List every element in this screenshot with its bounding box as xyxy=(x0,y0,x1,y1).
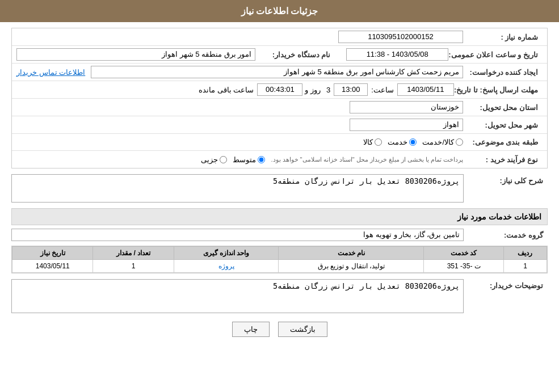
page-title: جزئیات اطلاعات نیاز xyxy=(241,6,318,16)
purchase-jozi-radio[interactable] xyxy=(220,156,227,163)
remaining-days-value: 3 xyxy=(323,86,334,94)
category-khedmat: خدمت xyxy=(388,138,417,146)
category-kala-khedmat: کالا/خدمت xyxy=(422,138,463,146)
buyer-org-row: تاریخ و ساعت اعلان عمومی: 1403/05/08 - 1… xyxy=(12,46,547,64)
purchase-type-row: نوع فرآیند خرید : پرداخت تمام یا بخشی از… xyxy=(12,151,547,168)
category-kala: کالا xyxy=(363,138,382,146)
buyer-org-label: نام دستگاه خریدار: xyxy=(255,50,335,59)
back-button[interactable]: بازگشت xyxy=(278,322,327,337)
purchase-type-radio-group: پرداخت تمام یا بخشی از مبلغ خریداز محل "… xyxy=(16,155,463,164)
cell-service-code: ت -35- 351 xyxy=(424,260,504,273)
contact-info-link[interactable]: اطلاعات تماس خریدار xyxy=(16,68,85,77)
buyer-notes-section: توضیحات خریدار: xyxy=(11,279,548,313)
need-description-label: شرح کلی نیاز: xyxy=(468,174,548,185)
need-number-label: شماره نیاز : xyxy=(463,33,543,41)
purchase-motevaset-radio[interactable] xyxy=(258,156,265,163)
category-kala-khedmat-label: کالا/خدمت xyxy=(422,138,454,146)
purchase-motevaset-label: متوسط xyxy=(233,155,256,164)
need-number-row: شماره نیاز : 1103095102000152 xyxy=(12,28,547,46)
cell-unit: پروژه xyxy=(174,260,279,273)
response-time-label: ساعت: xyxy=(368,86,397,94)
col-service-code: کد خدمت xyxy=(424,247,504,260)
category-kala-radio[interactable] xyxy=(375,138,382,146)
response-time-value: 13:00 xyxy=(334,83,368,96)
col-date: تاریخ نیاز xyxy=(12,247,93,260)
province-row: استان محل تحویل: خوزستان xyxy=(12,99,547,116)
category-label: طبقه بندی موضوعی: xyxy=(463,138,543,146)
services-section-title: اطلاعات خدمات مورد نیاز xyxy=(11,208,548,225)
need-description-textarea[interactable] xyxy=(11,174,464,203)
button-row: بازگشت چاپ xyxy=(11,322,548,337)
creator-label: ایجاد کننده درخواست: xyxy=(463,68,543,77)
service-group-row: گروه خدمت: تامین برق، گاز، بخار و تهویه … xyxy=(11,229,548,241)
buyer-notes-textarea[interactable] xyxy=(11,279,464,313)
cell-service-name: تولید، انتقال و توزیع برق xyxy=(279,260,424,273)
announce-date-value: 1403/05/08 - 11:38 xyxy=(346,48,448,61)
creator-value: مریم زحمت کش کارشناس امور برق منطقه 5 شه… xyxy=(91,66,463,78)
purchase-jozi: جزیی xyxy=(201,155,227,164)
category-kala-label: کالا xyxy=(363,138,373,146)
col-service-name: نام خدمت xyxy=(279,247,424,260)
purchase-jozi-label: جزیی xyxy=(201,155,218,164)
category-kala-khedmat-radio[interactable] xyxy=(456,138,463,146)
days-label: روز و xyxy=(302,86,323,94)
purchase-note: پرداخت تمام یا بخشی از مبلغ خریداز محل "… xyxy=(271,156,463,163)
col-row-num: ردیف xyxy=(503,247,547,260)
service-group-value: تامین برق، گاز، بخار و تهویه هوا xyxy=(11,229,464,241)
col-unit: واحد اندازه گیری xyxy=(174,247,279,260)
category-khedmat-label: خدمت xyxy=(388,138,407,146)
hours-label: ساعت باقی مانده xyxy=(195,86,257,94)
response-date-value: 1403/05/11 xyxy=(397,83,454,96)
province-value: خوزستان xyxy=(350,101,463,113)
response-deadline-label: مهلت ارسال پاسخ: تا تاریخ: xyxy=(454,86,543,94)
category-khedmat-radio[interactable] xyxy=(409,138,417,146)
buyer-notes-label: توضیحات خریدار: xyxy=(468,279,548,290)
services-table-wrapper: ردیف کد خدمت نام خدمت واحد اندازه گیری ت… xyxy=(11,246,548,273)
cell-date: 1403/05/11 xyxy=(12,260,93,273)
print-button[interactable]: چاپ xyxy=(232,322,270,337)
purchase-type-label: نوع فرآیند خرید : xyxy=(463,155,543,164)
response-deadline-row: مهلت ارسال پاسخ: تا تاریخ: 1403/05/11 سا… xyxy=(12,81,547,99)
purchase-motevaset: متوسط xyxy=(233,155,265,164)
cell-quantity: 1 xyxy=(93,260,174,273)
main-form: شماره نیاز : 1103095102000152 تاریخ و سا… xyxy=(11,28,548,168)
city-label: شهر محل تحویل: xyxy=(463,121,543,129)
category-row: طبقه بندی موضوعی: کالا/خدمت خدمت کالا xyxy=(12,134,547,151)
province-label: استان محل تحویل: xyxy=(463,103,543,112)
page-header: جزئیات اطلاعات نیاز xyxy=(0,0,559,22)
creator-row: ایجاد کننده درخواست: مریم زحمت کش کارشنا… xyxy=(12,64,547,81)
table-row: 1 ت -35- 351 تولید، انتقال و توزیع برق پ… xyxy=(12,260,547,273)
buyer-org-value: امور برق منطقه 5 شهر اهواز xyxy=(16,48,255,61)
service-group-label: گروه خدمت: xyxy=(468,231,548,239)
col-quantity: تعداد / مقدار xyxy=(93,247,174,260)
need-number-value: 1103095102000152 xyxy=(338,31,463,43)
services-table: ردیف کد خدمت نام خدمت واحد اندازه گیری ت… xyxy=(12,246,547,273)
city-row: شهر محل تحویل: اهواز xyxy=(12,116,547,134)
announce-date-label: تاریخ و ساعت اعلان عمومی: xyxy=(448,50,543,59)
city-value: اهواز xyxy=(350,119,463,131)
remaining-time-value: 00:43:01 xyxy=(257,83,302,96)
need-description-section: شرح کلی نیاز: xyxy=(11,174,548,203)
category-radio-group: کالا/خدمت خدمت کالا xyxy=(16,138,463,146)
cell-row-num: 1 xyxy=(503,260,547,273)
